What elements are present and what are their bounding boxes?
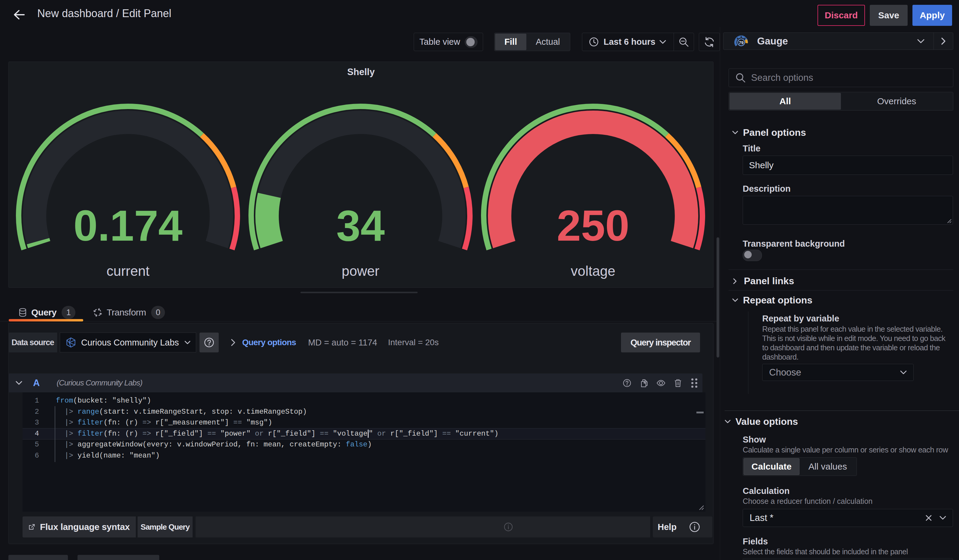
svg-text:79: 79 [739, 40, 744, 45]
svg-text:34: 34 [336, 201, 385, 250]
svg-text:250: 250 [557, 201, 629, 250]
svg-text:current: current [106, 263, 149, 279]
svg-text:0.174: 0.174 [73, 201, 183, 250]
svg-text:power: power [342, 263, 379, 279]
svg-text:voltage: voltage [571, 263, 615, 279]
